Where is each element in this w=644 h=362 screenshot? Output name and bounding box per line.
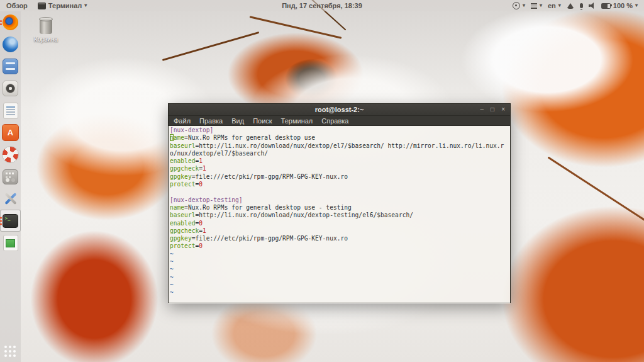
battery-percent-label: 100 %: [613, 2, 633, 9]
dock-item-utilities-drawer[interactable]: [0, 166, 21, 188]
terminal-line: baseurl=http://li.nux.ro/download/nux/de…: [170, 212, 510, 219]
terminal-line: protect=0: [170, 181, 510, 188]
branch-decoration: [548, 157, 644, 223]
chevron-down-icon: ▾: [558, 3, 561, 8]
speaker-icon: [589, 3, 596, 9]
dock-item-libreoffice-calc[interactable]: [0, 232, 21, 254]
terminal-line: gpgcheck=1: [170, 165, 510, 173]
terminal-line: ~: [170, 258, 510, 266]
menu-Терминал[interactable]: Терминал: [281, 117, 313, 125]
terminal-line: [170, 188, 510, 196]
battery-icon: [601, 3, 611, 9]
libreoffice-writer-icon: [3, 103, 18, 119]
top-bar: Обзор Терминал ▾ Пнд, 17 сентября, 18:39…: [0, 0, 644, 11]
activities-button[interactable]: Обзор: [6, 2, 28, 9]
window-titlebar[interactable]: root@losst-2:~ – □ ×: [169, 104, 510, 116]
dock-item-libreoffice-writer[interactable]: [0, 99, 21, 122]
terminal-line: ~: [170, 274, 510, 281]
dock-item-firefox-browser[interactable]: [0, 11, 21, 33]
network-menu[interactable]: [567, 3, 574, 9]
accessibility-icon: [513, 2, 520, 9]
terminal-line: o/nux/dextop/el7/$basearch/: [170, 150, 510, 157]
terminal-buffer: [nux-dextop]name=Nux.Ro RPMs for general…: [170, 127, 510, 297]
dock-item-ubuntu-software[interactable]: [0, 122, 21, 144]
terminal-window: root@losst-2:~ – □ × ФайлПравкаВидПоискТ…: [168, 103, 511, 303]
show-applications-button[interactable]: [0, 344, 21, 360]
close-button[interactable]: ×: [501, 104, 505, 115]
chevron-down-icon: ▾: [540, 3, 542, 8]
keyboard-layout-menu[interactable]: en▾: [548, 2, 561, 9]
branch-decoration: [250, 16, 342, 39]
dock-item-help-viewer[interactable]: [0, 144, 21, 166]
menu-Файл[interactable]: Файл: [174, 117, 191, 125]
app-menu-terminal[interactable]: Терминал ▾: [38, 2, 87, 9]
terminal-line: gpgcheck=1: [170, 227, 510, 235]
system-tools-icon: [3, 191, 18, 206]
thunderbird-mail-icon: [3, 37, 18, 52]
chevron-down-icon: ▾: [84, 3, 87, 8]
terminal-line: enabled=1: [170, 157, 510, 165]
microphone-icon: [580, 3, 583, 8]
utilities-drawer-icon: [3, 169, 18, 184]
ubuntu-software-icon: [2, 124, 19, 141]
terminal-content[interactable]: [nux-dextop]name=Nux.Ro RPMs for general…: [169, 126, 510, 303]
input-sources-menu[interactable]: ▾: [531, 3, 542, 9]
accessibility-menu[interactable]: ▾: [513, 2, 525, 9]
window-title: root@losst-2:~: [169, 106, 510, 113]
terminal-line: baseurl=http://li.nux.ro/download/nux/de…: [170, 142, 510, 150]
clock[interactable]: Пнд, 17 сентября, 18:39: [282, 2, 362, 9]
terminal-line: name=Nux.Ro RPMs for general desktop use: [170, 134, 510, 142]
activities-label: Обзор: [6, 2, 28, 9]
chevron-down-icon: ▾: [523, 3, 525, 8]
keyboard-layout-label: en: [548, 2, 556, 9]
vim-status-line: "/etc/yum.repos.d/nux-dextop.repo" 15L, …: [169, 295, 510, 303]
rhythmbox-music-icon: [3, 81, 18, 96]
volume-menu[interactable]: [589, 3, 596, 9]
app-menu-label: Терминал: [48, 2, 82, 9]
dock: [0, 11, 21, 362]
terminal-icon: [3, 214, 18, 228]
terminal-line: [nux-dextop-testing]: [170, 196, 510, 204]
power-menu[interactable]: 100 % ▾: [601, 2, 638, 9]
status-filename: "/etc/yum.repos.d/nux-dextop.repo" 15L, …: [170, 303, 330, 303]
branch-decoration: [162, 31, 260, 61]
terminal-line: [nux-dextop]: [170, 127, 510, 134]
files-nautilus-icon: [3, 59, 18, 74]
terminal-line: gpgkey=file:///etc/pki/rpm-gpg/RPM-GPG-K…: [170, 173, 510, 181]
terminal-line: name=Nux.Ro RPMs for general desktop use…: [170, 204, 510, 212]
menu-bar: ФайлПравкаВидПоискТерминалСправка: [169, 116, 510, 126]
terminal-line: protect=0: [170, 242, 510, 250]
chevron-down-icon: ▾: [635, 3, 638, 8]
menu-Справка[interactable]: Справка: [321, 117, 348, 125]
terminal-mini-icon: [38, 3, 46, 9]
desktop: Обзор Терминал ▾ Пнд, 17 сентября, 18:39…: [0, 0, 644, 362]
terminal-line: ~: [170, 281, 510, 289]
trash-desktop-icon[interactable]: Корзина: [33, 19, 59, 43]
terminal-line: ~: [170, 251, 510, 258]
menu-lines-icon: [531, 3, 537, 9]
trash-label: Корзина: [33, 36, 59, 43]
terminal-line: ~: [170, 266, 510, 273]
window-controls: – □ ×: [480, 104, 510, 115]
help-viewer-icon: [2, 146, 19, 163]
menu-Правка[interactable]: Правка: [199, 117, 223, 125]
microphone-indicator[interactable]: [580, 3, 583, 8]
trash-icon: [40, 19, 52, 34]
dock-item-terminal[interactable]: [0, 210, 21, 232]
dock-item-thunderbird-mail[interactable]: [0, 33, 21, 55]
menu-Вид[interactable]: Вид: [231, 117, 244, 125]
wifi-icon: [567, 3, 574, 9]
menu-Поиск[interactable]: Поиск: [253, 117, 272, 125]
firefox-browser-icon: [3, 14, 18, 30]
dock-item-system-tools[interactable]: [0, 188, 21, 210]
maximize-button[interactable]: □: [491, 104, 494, 115]
terminal-line: enabled=0: [170, 220, 510, 227]
dock-item-files-nautilus[interactable]: [0, 55, 21, 77]
terminal-line: gpgkey=file:///etc/pki/rpm-gpg/RPM-GPG-K…: [170, 235, 510, 242]
dock-item-rhythmbox-music[interactable]: [0, 77, 21, 99]
minimize-button[interactable]: –: [480, 104, 484, 115]
libreoffice-calc-icon: [3, 235, 18, 251]
